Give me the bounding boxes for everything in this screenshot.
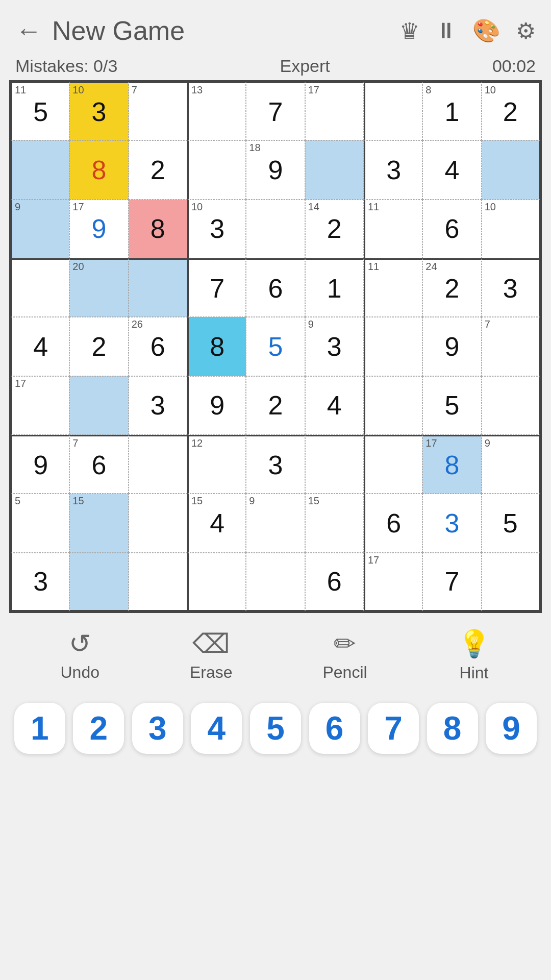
cell-r7-c1[interactable]: 15: [69, 494, 128, 552]
cell-r8-c1[interactable]: [69, 553, 128, 611]
cell-r1-c2[interactable]: 2: [129, 140, 187, 199]
cell-r1-c8[interactable]: [482, 140, 540, 199]
cell-r4-c7[interactable]: 9: [422, 317, 481, 376]
cell-r6-c6[interactable]: [364, 435, 422, 494]
cell-r1-c7[interactable]: 4: [422, 140, 481, 199]
cell-r0-c1[interactable]: 103: [69, 82, 128, 140]
cell-r0-c7[interactable]: 81: [422, 82, 481, 140]
cell-r0-c2[interactable]: 7: [129, 82, 187, 140]
cell-r6-c0[interactable]: 9: [11, 435, 69, 494]
cell-r6-c5[interactable]: [305, 435, 364, 494]
cell-r4-c4[interactable]: 5: [246, 317, 305, 376]
cell-r3-c6[interactable]: 11: [364, 258, 422, 317]
cell-r5-c5[interactable]: 4: [305, 376, 364, 435]
cell-r2-c7[interactable]: 6: [422, 200, 481, 258]
cell-r5-c2[interactable]: 3: [129, 376, 187, 435]
cell-r2-c5[interactable]: 142: [305, 200, 364, 258]
cell-r1-c6[interactable]: 3: [364, 140, 422, 199]
cell-r3-c8[interactable]: 3: [482, 258, 540, 317]
cell-r2-c0[interactable]: 9: [11, 200, 69, 258]
cell-r5-c7[interactable]: 5: [422, 376, 481, 435]
cell-r5-c1[interactable]: [69, 376, 128, 435]
cell-r8-c3[interactable]: [187, 553, 246, 611]
cell-r7-c8[interactable]: 5: [482, 494, 540, 552]
cell-r8-c2[interactable]: [129, 553, 187, 611]
cell-r4-c2[interactable]: 266: [129, 317, 187, 376]
numpad-btn-1[interactable]: 1: [14, 703, 65, 754]
cell-r7-c3[interactable]: 154: [187, 494, 246, 552]
cell-r3-c2[interactable]: [129, 258, 187, 317]
erase-button[interactable]: ⌫ Erase: [190, 628, 233, 682]
cell-r1-c3[interactable]: [187, 140, 246, 199]
numpad-btn-3[interactable]: 3: [132, 703, 183, 754]
cell-r3-c5[interactable]: 1: [305, 258, 364, 317]
cell-r5-c0[interactable]: 17: [11, 376, 69, 435]
cell-r8-c0[interactable]: 3: [11, 553, 69, 611]
cell-r1-c0[interactable]: [11, 140, 69, 199]
cell-r4-c8[interactable]: 7: [482, 317, 540, 376]
cell-r5-c4[interactable]: 2: [246, 376, 305, 435]
cell-r4-c3[interactable]: 8: [187, 317, 246, 376]
cell-r2-c1[interactable]: 179: [69, 200, 128, 258]
cell-r2-c4[interactable]: [246, 200, 305, 258]
cell-r7-c5[interactable]: 15: [305, 494, 364, 552]
numpad-btn-5[interactable]: 5: [250, 703, 301, 754]
cell-r3-c4[interactable]: 6: [246, 258, 305, 317]
cell-r8-c6[interactable]: 17: [364, 553, 422, 611]
numpad-btn-4[interactable]: 4: [191, 703, 242, 754]
value-r0-c0: 5: [33, 99, 48, 125]
numpad-btn-8[interactable]: 8: [427, 703, 478, 754]
numpad-btn-9[interactable]: 9: [486, 703, 537, 754]
cell-r0-c4[interactable]: 7: [246, 82, 305, 140]
cell-r4-c0[interactable]: 4: [11, 317, 69, 376]
hint-button[interactable]: 💡 Hint: [458, 628, 491, 682]
cell-r2-c3[interactable]: 103: [187, 200, 246, 258]
cell-r1-c1[interactable]: 8: [69, 140, 128, 199]
cell-r0-c5[interactable]: 17: [305, 82, 364, 140]
cell-r8-c8[interactable]: [482, 553, 540, 611]
cell-r4-c5[interactable]: 93: [305, 317, 364, 376]
cell-r5-c8[interactable]: [482, 376, 540, 435]
cell-r7-c7[interactable]: 3: [422, 494, 481, 552]
cell-r1-c5[interactable]: [305, 140, 364, 199]
numpad-btn-2[interactable]: 2: [73, 703, 124, 754]
cell-r6-c4[interactable]: 3: [246, 435, 305, 494]
pencil-button[interactable]: ✏ Pencil: [322, 628, 367, 682]
cell-r6-c7[interactable]: 178: [422, 435, 481, 494]
cell-r6-c8[interactable]: 9: [482, 435, 540, 494]
cell-r1-c4[interactable]: 189: [246, 140, 305, 199]
cell-r6-c2[interactable]: [129, 435, 187, 494]
cell-r3-c3[interactable]: 7: [187, 258, 246, 317]
crown-icon[interactable]: ♛: [399, 18, 419, 44]
cell-r4-c6[interactable]: [364, 317, 422, 376]
cell-r0-c3[interactable]: 13: [187, 82, 246, 140]
cell-r8-c4[interactable]: [246, 553, 305, 611]
cell-r2-c2[interactable]: 8: [129, 200, 187, 258]
cell-r4-c1[interactable]: 2: [69, 317, 128, 376]
cell-r5-c6[interactable]: [364, 376, 422, 435]
numpad-btn-7[interactable]: 7: [368, 703, 419, 754]
cell-r0-c6[interactable]: [364, 82, 422, 140]
cell-r6-c1[interactable]: 76: [69, 435, 128, 494]
cell-r7-c6[interactable]: 6: [364, 494, 422, 552]
cell-r7-c2[interactable]: [129, 494, 187, 552]
cell-r7-c0[interactable]: 5: [11, 494, 69, 552]
cell-r5-c3[interactable]: 9: [187, 376, 246, 435]
cell-r3-c1[interactable]: 20: [69, 258, 128, 317]
numpad-btn-6[interactable]: 6: [309, 703, 360, 754]
cell-r8-c5[interactable]: 6: [305, 553, 364, 611]
palette-icon[interactable]: 🎨: [472, 17, 500, 44]
cell-r3-c7[interactable]: 242: [422, 258, 481, 317]
undo-button[interactable]: ↺ Undo: [60, 628, 99, 682]
cell-r6-c3[interactable]: 12: [187, 435, 246, 494]
cell-r0-c0[interactable]: 115: [11, 82, 69, 140]
cell-r3-c0[interactable]: [11, 258, 69, 317]
pause-icon[interactable]: ⏸: [435, 18, 457, 43]
cell-r8-c7[interactable]: 7: [422, 553, 481, 611]
cell-r0-c8[interactable]: 102: [482, 82, 540, 140]
cell-r2-c6[interactable]: 11: [364, 200, 422, 258]
back-button[interactable]: ←: [15, 17, 42, 44]
cell-r7-c4[interactable]: 9: [246, 494, 305, 552]
cell-r2-c8[interactable]: 10: [482, 200, 540, 258]
settings-icon[interactable]: ⚙: [516, 18, 536, 44]
